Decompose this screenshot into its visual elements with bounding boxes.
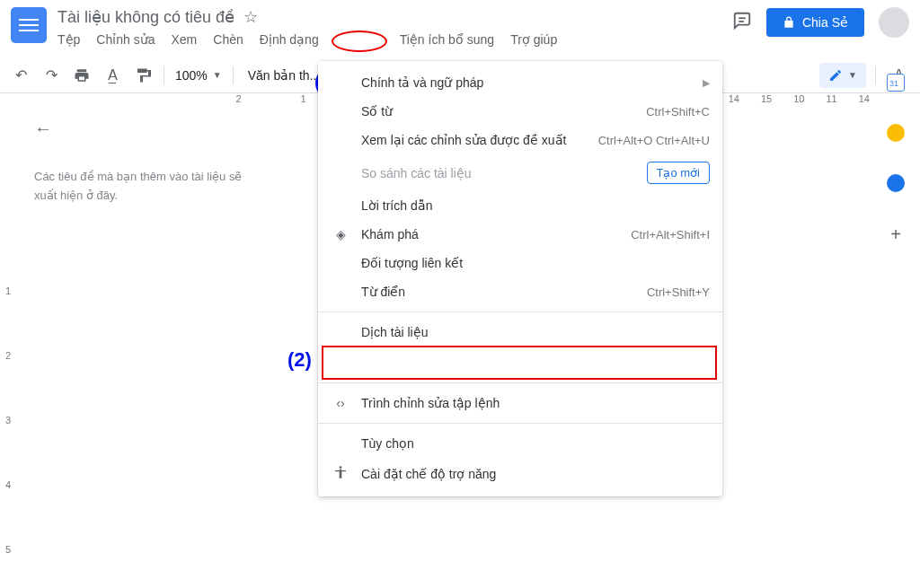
share-button-label: Chia Sẻ bbox=[802, 15, 848, 30]
menu-item-spellcheck[interactable]: Chính tả và ngữ pháp ▶ bbox=[318, 68, 722, 97]
spellcheck-button[interactable]: A̲ bbox=[99, 62, 126, 89]
accessibility-icon bbox=[331, 465, 350, 482]
explore-icon: ◈ bbox=[331, 227, 350, 241]
avatar[interactable] bbox=[879, 7, 909, 38]
lock-icon bbox=[783, 16, 795, 29]
editing-mode-button[interactable]: ▼ bbox=[819, 63, 866, 88]
tasks-icon[interactable] bbox=[887, 174, 905, 192]
header: Tài liệu không có tiêu đề ☆ Tệp Chỉnh sử… bbox=[0, 0, 920, 57]
share-button[interactable]: Chia Sẻ bbox=[766, 8, 864, 37]
menu-item-script-editor[interactable]: ‹› Trình chỉnh sửa tập lệnh bbox=[318, 389, 722, 417]
menu-item-citations[interactable]: Lời trích dẫn bbox=[318, 191, 722, 220]
menu-edit[interactable]: Chỉnh sửa bbox=[96, 31, 155, 52]
menu-help[interactable]: Trợ giúp bbox=[510, 31, 557, 52]
docs-app-icon[interactable] bbox=[11, 7, 47, 43]
menu-item-wordcount[interactable]: Số từ Ctrl+Shift+C bbox=[318, 97, 722, 126]
menu-item-translate[interactable]: Dịch tài liệu bbox=[318, 318, 722, 347]
pencil-icon bbox=[828, 68, 843, 83]
menu-item-preferences[interactable]: Tùy chọn bbox=[318, 429, 722, 458]
menu-file[interactable]: Tệp bbox=[58, 31, 80, 52]
print-button[interactable] bbox=[68, 62, 95, 89]
undo-button[interactable]: ↶ bbox=[7, 62, 34, 89]
chevron-right-icon: ▶ bbox=[703, 77, 710, 89]
side-panel: + bbox=[871, 63, 920, 245]
create-new-button[interactable]: Tạo mới bbox=[647, 162, 711, 184]
calendar-icon[interactable] bbox=[887, 74, 905, 92]
outline-pane: ← Các tiêu đề mà bạn thêm vào tài liệu s… bbox=[16, 108, 286, 588]
title-area: Tài liệu không có tiêu đề ☆ Tệp Chỉnh sử… bbox=[58, 7, 732, 52]
menu-item-accessibility[interactable]: Cài đặt chế độ trợ năng bbox=[318, 458, 722, 489]
menu-insert[interactable]: Chèn bbox=[213, 31, 243, 52]
menu-format[interactable]: Định dạng bbox=[260, 31, 319, 52]
menu-item-review-suggestions[interactable]: Xem lại các chỉnh sửa được đề xuất Ctrl+… bbox=[318, 126, 722, 154]
menu-addons[interactable]: Tiện ích bổ sung bbox=[400, 31, 494, 52]
close-outline-button[interactable]: ← bbox=[34, 118, 268, 139]
chevron-down-icon: ▼ bbox=[213, 70, 222, 80]
add-addons-icon[interactable]: + bbox=[890, 224, 901, 245]
menu-divider bbox=[318, 423, 722, 424]
annotation-marker-2: (2) bbox=[288, 348, 312, 372]
styles-value: Văn bản th... bbox=[248, 68, 321, 83]
svg-point-2 bbox=[340, 466, 342, 469]
zoom-select[interactable]: 100% ▼ bbox=[172, 68, 226, 83]
outline-placeholder: Các tiêu đề mà bạn thêm vào tài liệu sẽ … bbox=[34, 168, 268, 206]
keep-icon[interactable] bbox=[887, 124, 905, 142]
tools-dropdown: Chính tả và ngữ pháp ▶ Số từ Ctrl+Shift+… bbox=[318, 61, 722, 496]
script-icon: ‹› bbox=[331, 396, 350, 410]
menu-item-linked-objects[interactable]: Đối tượng liên kết bbox=[318, 249, 722, 277]
menu-view[interactable]: Xem bbox=[172, 31, 198, 52]
vertical-ruler: 12345678 bbox=[0, 215, 16, 588]
zoom-value: 100% bbox=[175, 68, 208, 83]
chevron-down-icon: ▼ bbox=[848, 70, 857, 80]
menu-item-voice-typing-hidden[interactable] bbox=[318, 347, 722, 377]
star-icon[interactable]: ☆ bbox=[243, 7, 258, 27]
menu-divider bbox=[318, 382, 722, 383]
menu-divider bbox=[318, 312, 722, 312]
redo-button[interactable]: ↷ bbox=[38, 62, 65, 89]
annotation-oval-tools bbox=[332, 31, 387, 52]
comments-icon[interactable] bbox=[732, 11, 752, 34]
paint-format-button[interactable] bbox=[129, 62, 156, 89]
menu-item-explore[interactable]: ◈ Khám phá Ctrl+Alt+Shift+I bbox=[318, 220, 722, 249]
document-title[interactable]: Tài liệu không có tiêu đề bbox=[58, 7, 234, 27]
menu-item-dictionary[interactable]: Từ điển Ctrl+Shift+Y bbox=[318, 277, 722, 306]
menubar: Tệp Chỉnh sửa Xem Chèn Định dạng Tiện íc… bbox=[58, 31, 732, 52]
menu-item-compare-docs: So sánh các tài liệu Tạo mới bbox=[318, 154, 722, 191]
